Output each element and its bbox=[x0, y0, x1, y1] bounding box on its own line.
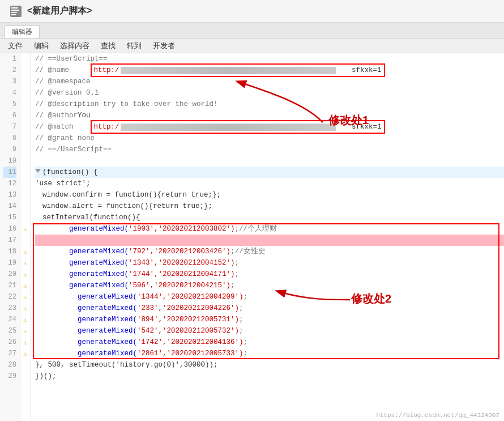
line-number-24: 24 bbox=[3, 314, 16, 325]
code-line-7: // @match http:/sfkxk=1 bbox=[35, 121, 504, 133]
name-http: http:/ bbox=[94, 65, 119, 76]
line-number-8: 8 bbox=[3, 133, 16, 144]
code-line-8: // @grant none bbox=[35, 133, 504, 144]
code-line-14: window.alert = function(){return true;}; bbox=[35, 201, 504, 212]
tab-bar: 编辑器 bbox=[0, 23, 504, 39]
code-text: 'use strict'; bbox=[35, 178, 91, 189]
generate-call: generateMixed('792','20202021200342​6');… bbox=[35, 246, 266, 257]
code-line-24: generateMixed('894','2020202120​05731'); bbox=[35, 314, 504, 325]
func-comment: ; bbox=[244, 338, 248, 346]
code-line-1: // ==UserScript== bbox=[35, 53, 504, 65]
warning-icon-25: ⚠ bbox=[23, 328, 27, 335]
code-text: setInterval(function(){ bbox=[42, 212, 140, 223]
fold-triangle[interactable] bbox=[35, 169, 41, 176]
svg-rect-1 bbox=[11, 7, 18, 8]
func-args: '596','202020212004​215') bbox=[129, 282, 230, 290]
comment-author: // @author bbox=[35, 110, 78, 121]
code-line-19: generateMixed('1343','20202021200​4152')… bbox=[35, 257, 504, 269]
code-line-11: (function() { bbox=[35, 167, 504, 178]
generate-call: generateMixed('1744','20202021200​4171')… bbox=[35, 269, 239, 280]
tab-editor[interactable]: 编辑器 bbox=[5, 25, 40, 38]
func-name: generateMixed( bbox=[78, 338, 137, 346]
menu-file[interactable]: 文件 bbox=[2, 40, 28, 52]
func-comment: ; bbox=[239, 304, 244, 312]
line-number-11: 11 bbox=[3, 167, 16, 178]
func-name: generateMixed( bbox=[78, 304, 137, 312]
line-number-13: 13 bbox=[3, 189, 16, 201]
generate-call: generateMixed('2861','20202021​2005733')… bbox=[35, 348, 247, 359]
func-comment: ;//个人理财 bbox=[235, 225, 277, 233]
warning-cell-13 bbox=[20, 189, 30, 201]
line-numbers: 1234567891011121314151617181920212223242… bbox=[0, 53, 20, 421]
warning-cell-7 bbox=[20, 121, 30, 133]
line-number-5: 5 bbox=[3, 99, 16, 110]
code-line-15: setInterval(function(){ bbox=[35, 212, 504, 223]
warning-cell-22: ⚠ bbox=[20, 291, 30, 303]
line-number-20: 20 bbox=[3, 269, 16, 280]
func-comment: ; bbox=[244, 293, 248, 301]
generate-call: generateMixed('542','2020202120​05732'); bbox=[35, 325, 244, 337]
menu-find[interactable]: 查找 bbox=[95, 40, 121, 52]
func-comment: ; bbox=[235, 270, 240, 278]
indent bbox=[35, 270, 69, 278]
name-redacted bbox=[121, 67, 336, 74]
code-line-2: // @name http:/sfkxk=1 bbox=[35, 65, 504, 76]
func-name: generateMixed( bbox=[69, 282, 129, 290]
menu-edit[interactable]: 编辑 bbox=[28, 40, 54, 52]
line-number-17: 17 bbox=[3, 235, 16, 246]
code-line-10 bbox=[35, 155, 504, 167]
svg-rect-2 bbox=[11, 10, 19, 11]
code-line-4: // @version 0.1 bbox=[35, 87, 504, 99]
code-content[interactable]: // ==UserScript==// @name http:/sfkxk=1/… bbox=[31, 53, 504, 421]
code-line-20: generateMixed('1744','20202021200​4171')… bbox=[35, 269, 504, 280]
warning-cell-23: ⚠ bbox=[20, 303, 30, 314]
indent bbox=[35, 282, 69, 290]
indent bbox=[35, 327, 78, 335]
warning-icon-23: ⚠ bbox=[23, 305, 27, 312]
menu-select[interactable]: 选择内容 bbox=[54, 40, 95, 52]
page-title: <新建用户脚本> bbox=[27, 5, 92, 17]
comment-text: // ==/UserScript== bbox=[35, 144, 112, 155]
generate-call: generateMixed('1344','20202021​2004209')… bbox=[35, 291, 247, 303]
code-line-28: }, 500, setTimeout('history.go(0)',30000… bbox=[35, 359, 504, 371]
line-number-22: 22 bbox=[3, 291, 16, 303]
line-number-10: 10 bbox=[3, 155, 16, 167]
code-line-21: generateMixed('596','202020212004​215'); bbox=[35, 280, 504, 291]
comment-text: // @description try to take over the wor… bbox=[35, 99, 218, 110]
annotation-label-1: 修改处1 bbox=[328, 113, 369, 128]
func-name: generateMixed( bbox=[78, 327, 137, 335]
warning-cell-15 bbox=[20, 212, 30, 223]
code-line-29: })(); bbox=[35, 371, 504, 382]
func-comment: ; bbox=[235, 259, 240, 267]
warning-cell-27: ⚠ bbox=[20, 348, 30, 359]
func-name: generateMixed( bbox=[69, 248, 129, 256]
menu-goto[interactable]: 转到 bbox=[121, 40, 147, 52]
func-comment: ; bbox=[239, 327, 244, 335]
warning-cell-8 bbox=[20, 133, 30, 144]
author-value: You bbox=[78, 110, 91, 121]
func-args: '792','20202021200342​6') bbox=[129, 248, 230, 256]
warning-cell-9 bbox=[20, 144, 30, 155]
line-number-1: 1 bbox=[3, 53, 16, 65]
comment-text: // @version 0.1 bbox=[35, 87, 99, 99]
generate-call: generateMixed('233','2020202120​04226'); bbox=[35, 303, 244, 314]
indent bbox=[35, 293, 78, 301]
warning-cell-4 bbox=[20, 87, 30, 99]
match-redacted bbox=[121, 124, 336, 131]
warning-icon-20: ⚠ bbox=[23, 271, 27, 278]
comment-text: // @namespace bbox=[35, 76, 91, 87]
menu-dev[interactable]: 开发者 bbox=[147, 40, 181, 52]
annotation-label-2: 修改处2 bbox=[351, 291, 391, 307]
warning-column: ⚠⚠⚠⚠⚠⚠⚠⚠⚠⚠⚠ bbox=[20, 53, 31, 421]
code-line-18: generateMixed('792','20202021200342​6');… bbox=[35, 246, 504, 257]
code-line-5: // @description try to take over the wor… bbox=[35, 99, 504, 110]
generate-call: generateMixed('1993','202020212003802');… bbox=[35, 223, 277, 235]
match-comment: // @match bbox=[35, 121, 91, 133]
comment-text: // @grant none bbox=[35, 133, 95, 144]
code-text: }, 500, setTimeout('history.go(0)',30000… bbox=[35, 359, 218, 371]
svg-rect-3 bbox=[11, 12, 17, 13]
line-number-9: 9 bbox=[3, 144, 16, 155]
func-args: '1344','20202021​2004209') bbox=[137, 293, 244, 301]
line-number-28: 28 bbox=[3, 359, 16, 371]
warning-cell-20: ⚠ bbox=[20, 269, 30, 280]
